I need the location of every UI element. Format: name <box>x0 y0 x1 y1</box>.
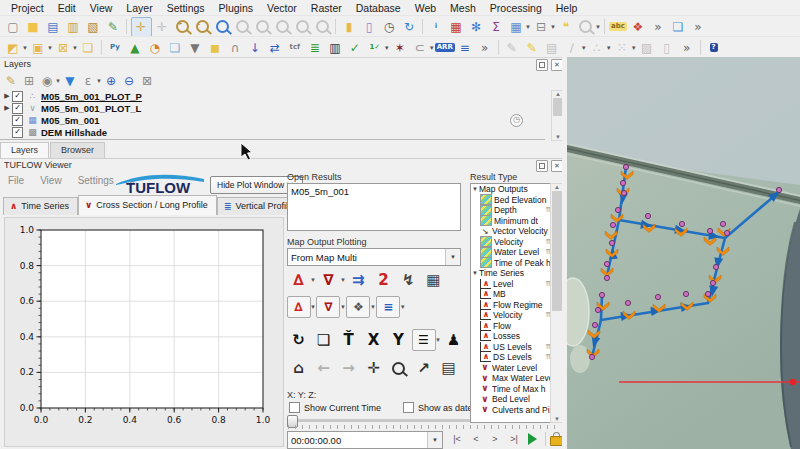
pan-plot-button[interactable]: ✛ <box>362 357 386 379</box>
menu-project[interactable]: Project <box>4 1 51 15</box>
menu-web[interactable]: Web <box>408 1 443 15</box>
attribute-table-button[interactable]: ▦ <box>507 18 526 36</box>
tab-time-series[interactable]: ∧Time Series <box>3 197 78 215</box>
run-feature-action-button[interactable]: ▦ <box>447 18 466 36</box>
open-layer-styling-button[interactable]: ✎ <box>3 73 20 89</box>
zoom-plot-button[interactable] <box>387 357 411 379</box>
filter-legend-button[interactable]: ▼ <box>61 73 78 89</box>
layer-name[interactable]: M05_5m_001_PLOT_P <box>41 91 142 102</box>
modify-attributes-dropdown-icon[interactable]: ▼ <box>631 45 637 51</box>
tuflow-configure-project-button[interactable]: ▲ <box>125 39 144 57</box>
legend-menu-button[interactable]: ☰ <box>412 329 436 351</box>
menu-view[interactable]: View <box>83 1 120 15</box>
checkbox-icon[interactable] <box>289 402 300 413</box>
show-current-time-checkbox[interactable]: Show Current Time <box>289 402 381 413</box>
map-output-plotting-combo[interactable]: From Map Multi ▼ <box>287 248 461 266</box>
cs-from-map-button[interactable]: ∇ <box>316 296 340 318</box>
toolbar-overflow-1-button[interactable]: » <box>648 18 667 36</box>
zoom-extra-dropdown-icon[interactable]: ▼ <box>595 24 601 30</box>
zoom-out-button[interactable]: - <box>193 18 212 36</box>
zoom-native-button[interactable] <box>273 18 292 36</box>
layers-float-button[interactable] <box>536 59 548 71</box>
zoom-last-button[interactable] <box>293 18 312 36</box>
legend-menu-dropdown-icon[interactable]: ▼ <box>435 337 441 343</box>
menu-plugins[interactable]: Plugins <box>212 1 260 15</box>
save-project-button[interactable]: ▤ <box>44 18 63 36</box>
menu-processing[interactable]: Processing <box>483 1 549 15</box>
zoom-to-layer-button[interactable] <box>253 18 272 36</box>
remove-layer-button[interactable]: ⊠ <box>138 73 155 89</box>
expander-icon[interactable]: ▶ <box>2 92 12 100</box>
decorations-button[interactable]: ❖ <box>628 18 647 36</box>
layer-row[interactable]: ▶✓∨M05_5m_001_PLOT_L <box>0 102 545 114</box>
statistical-summary-button[interactable]: Σ <box>487 18 506 36</box>
menu-help[interactable]: Help <box>549 1 585 15</box>
style-manager-button[interactable]: ✎ <box>104 18 123 36</box>
x-axis-limits-button[interactable]: X <box>362 329 386 351</box>
timeseries-plot-mode-button[interactable]: ∆ <box>287 269 311 291</box>
show-bookmarks-button[interactable]: ▯ <box>360 18 379 36</box>
tuflow-increment-layer-button[interactable]: ⇄ <box>265 39 284 57</box>
tuflow-check-files-button[interactable]: ▼ <box>185 39 204 57</box>
refresh-plot-button[interactable]: ↻ <box>287 329 311 351</box>
menu-mesh[interactable]: Mesh <box>443 1 483 15</box>
batch-export-button[interactable]: ≡ <box>376 296 400 318</box>
tuflow-check-green-button[interactable]: ✓ <box>345 39 364 57</box>
layer-row[interactable]: ✓▦M05_5m_001◷ <box>0 114 545 126</box>
select-features-dropdown-icon[interactable]: ▼ <box>22 45 28 51</box>
toolbar-overflow-3-button[interactable]: » <box>475 39 494 57</box>
y-axis-limits-button[interactable]: Y <box>387 329 411 351</box>
menu-settings[interactable]: Settings <box>160 1 212 15</box>
toolbar-overflow-2-button[interactable]: » <box>688 18 707 36</box>
tuflow-float-button[interactable] <box>536 160 548 172</box>
chevron-down-icon[interactable]: ▼ <box>427 432 442 448</box>
help-button[interactable]: ? <box>704 39 723 57</box>
tuflow-3d-cube-button[interactable]: ◼ <box>205 39 224 57</box>
cross-section-mode-button[interactable]: ∇ <box>316 269 340 291</box>
cross-section-mode-dropdown-icon[interactable]: ▼ <box>340 277 346 283</box>
cursor-location-button[interactable]: ♟ <box>441 329 465 351</box>
axis-fonts-button[interactable]: Ť <box>337 329 361 351</box>
tuflow-arch-button[interactable]: ∩ <box>225 39 244 57</box>
timeseries-plot-mode-dropdown-icon[interactable]: ▼ <box>310 277 316 283</box>
forward-view-button[interactable]: → <box>337 357 361 379</box>
open-project-button[interactable]: ■ <box>24 18 43 36</box>
zoom-in-button[interactable]: + <box>173 18 192 36</box>
menu-raster[interactable]: Raster <box>304 1 349 15</box>
tuflow-import-empty-button[interactable]: ↓ <box>245 39 264 57</box>
refresh-map-button[interactable]: ↻ <box>400 18 419 36</box>
menu-vector[interactable]: Vector <box>260 1 304 15</box>
tuflow-viewer-toggle-button[interactable]: ▥ <box>325 39 344 57</box>
layer-row[interactable]: ✓▩DEM Hillshade <box>0 126 545 138</box>
first-timestep-button[interactable]: |< <box>448 434 466 444</box>
play-button[interactable] <box>528 433 537 445</box>
dock-tab-layers[interactable]: Layers <box>0 142 49 158</box>
measure-line-dropdown-icon[interactable]: ▼ <box>550 24 556 30</box>
tuflow-check-1d-dropdown-icon[interactable]: ▼ <box>384 45 390 51</box>
ts-from-map-button[interactable]: ∆ <box>287 296 311 318</box>
ts-from-map-dropdown-icon[interactable]: ▼ <box>310 304 316 310</box>
last-timestep-button[interactable]: >| <box>505 434 523 444</box>
filter-by-expression-button[interactable]: ε <box>79 73 96 89</box>
layer-visibility-checkbox[interactable]: ✓ <box>12 115 23 126</box>
tab-cross-section-long-profile[interactable]: ∨Cross Section / Long Profile <box>78 195 217 215</box>
time-combo[interactable]: 00:00:00.00 ▼ <box>287 431 443 449</box>
modify-attributes-button[interactable]: ⁙ <box>612 39 631 57</box>
zoom-to-selection-button[interactable] <box>233 18 252 36</box>
select-by-value-dropdown-icon[interactable]: ▼ <box>47 45 53 51</box>
clear-plot-button[interactable]: ❏ <box>312 329 336 351</box>
zoom-extra-button[interactable] <box>576 18 595 36</box>
tuflow-tcf-button[interactable]: tcf <box>285 39 304 57</box>
checkbox-icon[interactable] <box>403 402 414 413</box>
pan-to-selection-button[interactable]: ✛ <box>153 18 172 36</box>
layer-name[interactable]: M05_5m_001_PLOT_L <box>41 103 141 114</box>
zoom-full-extent-button[interactable] <box>213 18 232 36</box>
layer-visibility-checkbox[interactable]: ✓ <box>12 103 23 114</box>
map-tips-button[interactable]: ❝ <box>556 18 575 36</box>
new-report-button[interactable]: ❏ <box>668 18 687 36</box>
tuflow-gauge-button[interactable]: ◔ <box>145 39 164 57</box>
layer-row[interactable]: ▶✓∴M05_5m_001_PLOT_P <box>0 90 545 102</box>
manage-map-themes-dropdown-icon[interactable]: ▼ <box>55 78 61 84</box>
deselect-features-dropdown-icon[interactable]: ▼ <box>72 45 78 51</box>
layer-visibility-checkbox[interactable]: ✓ <box>12 91 23 102</box>
